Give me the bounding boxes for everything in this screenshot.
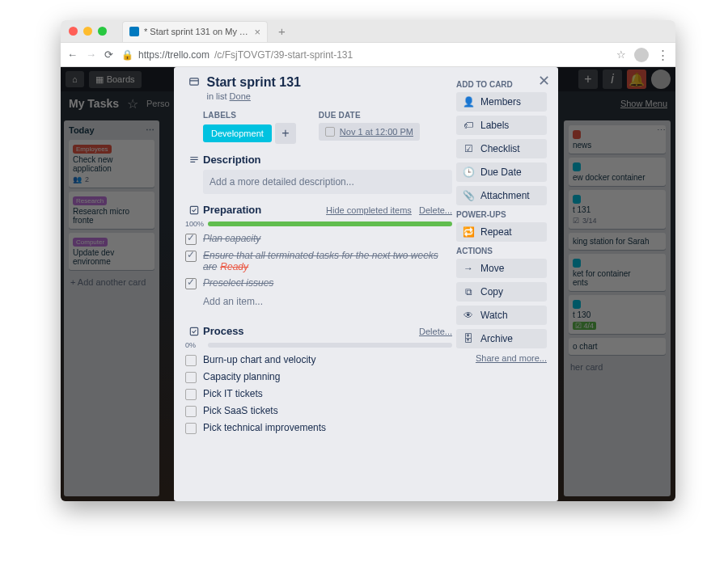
due-block: DUE DATE Nov 1 at 12:00 PM (319, 111, 420, 144)
checkbox[interactable] (185, 372, 197, 383)
repeat-button[interactable]: 🔁Repeat (456, 222, 547, 242)
checkbox[interactable] (185, 423, 197, 434)
svg-rect-6 (190, 327, 197, 335)
checklist-item-text: Pick technical improvements (203, 422, 326, 433)
url-path: /c/FsjTOVGT/39-start-sprint-131 (214, 49, 353, 61)
browser-tab[interactable]: * Start sprint 131 on My Tasks × (122, 21, 268, 42)
new-tab-button[interactable]: + (278, 24, 286, 38)
modal-main: Start sprint 131 in list Done LABELS Dev… (185, 75, 452, 434)
share-link[interactable]: Share and more... (456, 353, 547, 363)
maximize-window-button[interactable] (98, 27, 107, 36)
url-host: https://trello.com (138, 49, 210, 61)
checklist-item[interactable]: Pick SaaS tickets (185, 405, 452, 417)
labels-heading: LABELS (203, 111, 296, 120)
add-label-button[interactable]: + (275, 123, 296, 144)
add-checklist-item[interactable]: Add an item... (203, 296, 452, 307)
archive-icon: 🗄 (463, 333, 474, 344)
members-icon: 👤 (463, 96, 474, 108)
nav-forward-icon[interactable]: → (86, 49, 96, 61)
label-chip-development[interactable]: Development (203, 124, 272, 142)
due-checkbox[interactable] (325, 127, 335, 137)
checkbox[interactable] (185, 406, 197, 417)
tab-close-icon[interactable]: × (254, 26, 260, 38)
nav-reload-icon[interactable]: ⟳ (104, 49, 113, 61)
attachment-button[interactable]: 📎Attachment (456, 186, 547, 205)
actions-heading: ACTIONS (456, 247, 547, 255)
checklist-item-text: Pick IT tickets (203, 388, 263, 399)
progress-percent: 0% (185, 341, 203, 349)
checklist-title[interactable]: Preparation (203, 204, 261, 216)
due-date-button[interactable]: Nov 1 at 12:00 PM (319, 123, 420, 141)
in-list-link[interactable]: Done (230, 91, 251, 101)
ready-tag: Ready (220, 261, 248, 272)
checklist-title[interactable]: Process (203, 325, 244, 337)
checklist-item[interactable]: Preselect issues (185, 277, 452, 289)
copy-button[interactable]: ⧉Copy (456, 282, 547, 302)
progress-bar (208, 343, 452, 348)
checklist-icon (185, 204, 203, 216)
address-bar: ← → ⟳ 🔒 https://trello.com/c/FsjTOVGT/39… (61, 43, 675, 67)
checklist-item[interactable]: Pick technical improvements (185, 422, 452, 434)
power-ups-heading: POWER-UPS (456, 210, 547, 219)
url-field[interactable]: 🔒 https://trello.com/c/FsjTOVGT/39-start… (121, 49, 608, 61)
description-icon (185, 154, 203, 166)
due-date-button[interactable]: 🕒Due Date (456, 162, 547, 182)
bookmark-star-icon[interactable]: ☆ (616, 49, 626, 61)
checklist-item-text: Capacity planning (203, 371, 280, 382)
lock-icon: 🔒 (121, 49, 133, 61)
members-button[interactable]: 👤Members (456, 92, 547, 112)
minimize-window-button[interactable] (83, 27, 92, 36)
tab-title: * Start sprint 131 on My Tasks (144, 27, 249, 36)
delete-checklist-link[interactable]: Delete... (419, 205, 452, 215)
checklist-item-text: Ensure that all terminated tasks for the… (203, 250, 452, 272)
hide-completed-link[interactable]: Hide completed items (326, 205, 412, 215)
browser-window: * Start sprint 131 on My Tasks × + ← → ⟳… (61, 20, 675, 501)
move-icon: → (463, 263, 474, 274)
add-to-card-heading: ADD TO CARD (456, 80, 547, 89)
svg-rect-0 (190, 78, 199, 85)
trello-app: ⌂ ▦Boards + i 🔔 My Tasks ☆ Perso Show Me… (61, 67, 675, 501)
checklist-item[interactable]: Plan capacity (185, 233, 452, 245)
move-button[interactable]: →Move (456, 259, 547, 278)
checkbox[interactable] (185, 278, 197, 289)
nav-back-icon[interactable]: ← (67, 49, 78, 61)
checklist-item[interactable]: Ensure that all terminated tasks for the… (185, 250, 452, 272)
profile-avatar[interactable] (634, 48, 649, 62)
copy-icon: ⧉ (463, 286, 474, 297)
checklist-preparation: Preparation Hide completed items Delete.… (185, 204, 452, 307)
checkbox[interactable] (185, 234, 197, 245)
browser-menu-icon[interactable]: ⋮ (657, 48, 669, 62)
delete-checklist-link[interactable]: Delete... (419, 327, 452, 336)
checklist-item-text: Burn-up chart and velocity (203, 354, 315, 365)
modal-sidebar: ADD TO CARD 👤Members 🏷Labels ☑Checklist … (456, 75, 547, 363)
checkbox[interactable] (185, 389, 197, 400)
checklist-item[interactable]: Burn-up chart and velocity (185, 354, 452, 366)
tab-favicon (129, 27, 139, 36)
close-modal-icon[interactable]: ✕ (538, 72, 550, 90)
labels-button[interactable]: 🏷Labels (456, 116, 547, 135)
checklist-button[interactable]: ☑Checklist (456, 139, 547, 158)
description-input[interactable]: Add a more detailed description... (203, 170, 452, 194)
svg-rect-5 (190, 206, 197, 213)
titlebar: * Start sprint 131 on My Tasks × + (61, 20, 675, 43)
checklist-item[interactable]: Pick IT tickets (185, 388, 452, 400)
repeat-icon: 🔁 (463, 226, 474, 238)
checklist-process: Process Delete... 0% Burn-up chart and v… (185, 325, 452, 434)
checklist-item[interactable]: Capacity planning (185, 371, 452, 383)
attachment-icon: 📎 (463, 190, 474, 201)
card-title[interactable]: Start sprint 131 (206, 75, 449, 90)
watch-button[interactable]: 👁Watch (456, 306, 547, 325)
checkbox[interactable] (185, 251, 197, 262)
due-heading: DUE DATE (319, 111, 420, 120)
due-date-text: Nov 1 at 12:00 PM (340, 127, 413, 137)
clock-icon: 🕒 (463, 167, 474, 178)
eye-icon: 👁 (463, 310, 474, 321)
checkbox[interactable] (185, 355, 197, 366)
close-window-button[interactable] (69, 27, 78, 36)
description-heading: Description (203, 154, 261, 166)
checklist-icon (185, 325, 203, 337)
in-list-text: in list Done (206, 91, 449, 101)
progress-bar (208, 221, 452, 226)
traffic-lights (69, 27, 107, 36)
archive-button[interactable]: 🗄Archive (456, 329, 547, 348)
